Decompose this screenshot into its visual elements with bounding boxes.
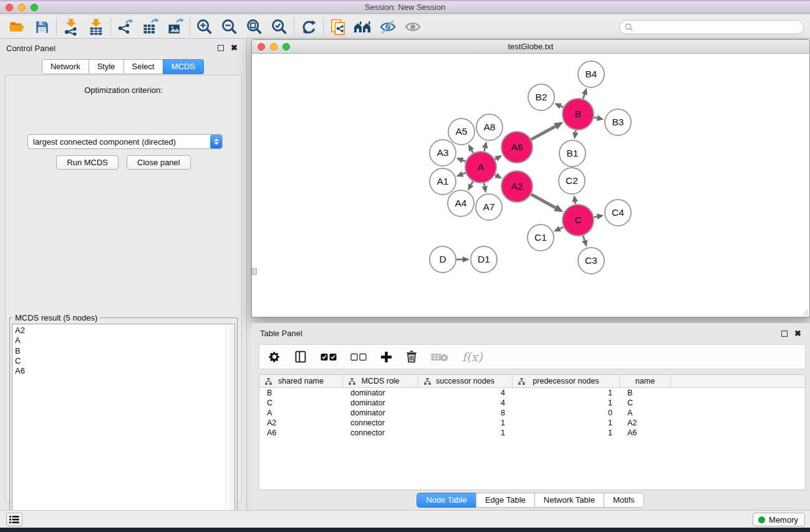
graph-edge[interactable]	[561, 106, 563, 107]
tab-node-table[interactable]: Node Table	[417, 493, 476, 508]
mcds-result-item[interactable]: A2	[15, 326, 234, 336]
graph-edge[interactable]	[583, 236, 585, 241]
search-icon	[625, 23, 633, 31]
import-table-icon[interactable]	[87, 17, 105, 36]
graph-edge[interactable]	[531, 127, 556, 140]
tab-style[interactable]: Style	[89, 59, 124, 74]
tab-network[interactable]: Network	[42, 59, 89, 74]
select-all-icon[interactable]	[321, 353, 337, 361]
mcds-result-item[interactable]: B	[15, 346, 234, 356]
tab-edge-table[interactable]: Edge Table	[476, 493, 535, 508]
table-row[interactable]: Bdominator41B	[259, 388, 805, 398]
graph-edge[interactable]	[575, 202, 576, 205]
network-window-titlebar[interactable]: testGlobe.txt	[252, 40, 809, 54]
hide-selected-eye-icon[interactable]	[378, 17, 397, 36]
deselect-all-icon[interactable]	[350, 353, 367, 361]
graph-edge[interactable]	[495, 158, 496, 159]
import-network-icon[interactable]	[62, 17, 80, 36]
first-neighbors-icon[interactable]	[354, 17, 372, 36]
graph-edge[interactable]	[471, 150, 473, 153]
minimize-window-button[interactable]	[18, 4, 26, 11]
memory-button[interactable]: Memory	[753, 513, 805, 526]
graph-node-label: C3	[585, 255, 597, 266]
graph-node-label: A5	[456, 126, 468, 137]
criterion-value: largest connected component (directed)	[28, 137, 210, 147]
column-header-MCDS-role[interactable]: MCDS role	[343, 375, 418, 387]
graph-edge[interactable]	[471, 181, 473, 185]
scrollbar-track[interactable]	[226, 325, 234, 531]
column-header-name[interactable]: name	[620, 375, 671, 387]
zoom-out-icon[interactable]	[220, 17, 239, 36]
graph-node-label: D1	[478, 254, 490, 264]
add-column-plus-icon[interactable]	[380, 351, 392, 363]
graph-edge[interactable]	[484, 183, 485, 186]
column-layout-icon[interactable]	[294, 351, 307, 363]
zoom-selected-icon[interactable]	[270, 17, 289, 36]
export-network-icon[interactable]	[116, 17, 135, 36]
new-network-from-selection-icon[interactable]	[329, 17, 347, 36]
close-table-panel-icon[interactable]: ✖	[794, 329, 801, 338]
delete-trash-icon[interactable]	[406, 351, 417, 363]
save-session-icon[interactable]	[32, 17, 51, 36]
column-header-successor-nodes[interactable]: successor nodes	[418, 375, 513, 387]
graph-edge[interactable]	[583, 94, 584, 99]
export-image-icon[interactable]	[166, 17, 185, 36]
tab-select[interactable]: Select	[123, 59, 163, 74]
close-panel-button[interactable]: Close panel	[127, 155, 191, 170]
float-table-panel-icon[interactable]	[781, 331, 788, 337]
window-controls[interactable]	[6, 4, 38, 11]
mcds-result-item[interactable]: A6	[15, 366, 234, 376]
resize-grip-icon[interactable]	[800, 307, 809, 316]
tab-motifs[interactable]: Motifs	[604, 493, 644, 508]
mcds-result-title: MCDS result (5 nodes)	[12, 313, 100, 322]
graph-edge[interactable]	[463, 173, 466, 174]
column-header-shared-name[interactable]: shared name	[259, 375, 343, 387]
apply-layout-icon[interactable]	[299, 17, 318, 36]
show-all-eye-icon[interactable]	[403, 17, 422, 36]
close-panel-icon[interactable]: ✖	[231, 44, 238, 52]
table-row[interactable]: A2connector11A2	[259, 418, 805, 428]
graph-edge[interactable]	[463, 160, 466, 162]
navigator-handle[interactable]	[252, 268, 257, 275]
close-network-button[interactable]	[258, 43, 265, 51]
graph-node-label: C2	[566, 175, 578, 186]
graph-edge-arrow-icon	[482, 141, 488, 148]
delete-table-icon[interactable]	[431, 352, 448, 362]
close-window-button[interactable]	[6, 4, 13, 11]
export-table-icon[interactable]	[141, 17, 160, 36]
graph-edge[interactable]	[495, 175, 496, 175]
mcds-result-list[interactable]: A2ABCA6	[12, 324, 235, 531]
function-builder-icon[interactable]: f(x)	[462, 350, 483, 364]
table-row[interactable]: Cdominator41C	[259, 398, 805, 408]
graph-edge[interactable]	[594, 117, 597, 118]
graph-edge[interactable]	[531, 195, 556, 208]
run-mcds-button[interactable]: Run MCDS	[56, 155, 118, 170]
tab-mcds[interactable]: MCDS	[163, 59, 204, 74]
search-input[interactable]	[636, 22, 803, 33]
graph-edge[interactable]	[594, 216, 597, 217]
network-graph[interactable]: B4B2BB3A8A5A6A3B1AC2A1A2A4A7C4CC1C3DD1	[252, 54, 809, 317]
table-cell: A	[259, 409, 343, 417]
tab-network-table[interactable]: Network Table	[534, 493, 604, 508]
network-canvas[interactable]: B4B2BB3A8A5A6A3B1AC2A1A2A4A7C4CC1C3DD1	[252, 54, 809, 317]
float-panel-icon[interactable]	[218, 45, 224, 51]
zoom-network-button[interactable]	[282, 43, 290, 51]
table-settings-gear-icon[interactable]	[268, 351, 281, 363]
column-header-predecessor-nodes[interactable]: predecessor nodes	[513, 375, 620, 387]
open-session-icon[interactable]	[7, 17, 26, 36]
graph-edge[interactable]	[560, 227, 564, 229]
table-row[interactable]: Adominator80A	[259, 408, 805, 418]
table-row[interactable]: A6connector11A6	[259, 428, 805, 438]
minimize-network-button[interactable]	[270, 43, 277, 51]
graph-edge[interactable]	[576, 130, 576, 133]
task-history-button[interactable]	[6, 513, 22, 526]
zoom-in-icon[interactable]	[195, 17, 214, 36]
graph-node-label: A2	[511, 181, 523, 191]
criterion-dropdown[interactable]: largest connected component (directed)	[27, 134, 223, 149]
mcds-result-item[interactable]: C	[15, 356, 234, 366]
search-field[interactable]	[619, 20, 804, 34]
graph-edge[interactable]	[485, 148, 485, 151]
zoom-fit-icon[interactable]	[245, 17, 264, 36]
mcds-result-item[interactable]: A	[15, 336, 234, 346]
zoom-window-button[interactable]	[31, 4, 38, 11]
